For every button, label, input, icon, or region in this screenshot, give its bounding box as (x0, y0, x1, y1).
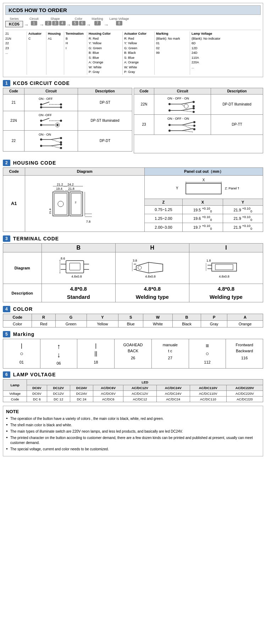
marking-code-26: 26 (116, 356, 150, 360)
circuit-code-22: 22 (3, 130, 24, 151)
circuit-svg-22n: ON - OFF - ON (167, 96, 199, 113)
svg-text:X: X (203, 178, 205, 182)
terminal-section-header: 3 TERMINAL CODE (3, 235, 263, 242)
lamp-code-acdc110: AC/DC110 (190, 397, 226, 402)
svg-rect-69 (71, 193, 81, 215)
housing-detail: Housing A1 (46, 32, 64, 75)
color-red: Red (32, 321, 55, 327)
circuit-group: Circuit 1 (29, 17, 39, 25)
marking-code-06: 06 (42, 361, 76, 365)
lamp-voltage-row-acdc12v: AC/DC12V (123, 391, 157, 397)
svg-rect-65 (53, 192, 68, 216)
circuit-detail-text: 21 21N 22 23 ... (5, 32, 24, 56)
svg-line-29 (51, 146, 60, 148)
lamp-code-acdc220: AC/DC220 (226, 397, 263, 402)
marking-cell-116: FrontwardBackward 116 (226, 339, 263, 368)
lamp-group: Lamp Voltage 8 (110, 17, 129, 25)
series-val: KCD5 (5, 21, 23, 27)
color-gray: Gray (201, 321, 227, 327)
lamp-col-led: LED (27, 380, 263, 385)
housing-diagram-svg: 21.2 24.2 19.4 21.8 (49, 182, 120, 224)
color-header-r: R (32, 314, 55, 321)
housing-color-detail: Housing Color R: Red Y: Yellow G: Green … (87, 32, 122, 75)
housing-detail-label: Housing (48, 32, 64, 36)
arrow4: → (85, 22, 92, 28)
svg-rect-66 (54, 193, 67, 215)
housing-z-3: 2.00~3.00 (144, 223, 182, 232)
terminal-col-label (3, 244, 42, 252)
arrow5: → (103, 22, 110, 28)
housing-section-title: HOUSING CODE (13, 160, 56, 166)
circuit-row-21: 21 ON - OFF (3, 94, 132, 111)
housing-z-1: 0.75~1.25 (144, 205, 182, 214)
lamp-code-acdc12: AC/DC12 (123, 397, 157, 402)
lamp-voltage-row-dc12v: DC12V (47, 391, 70, 397)
terminal-desc-label: Description (3, 284, 42, 302)
circuit-section: 1 KCD5 CIRCUIT CODE Code Circuit Descrip… (3, 80, 263, 157)
lamp-voltage-detail: Lamp Voltage (Blank): No indicator 6D 12… (190, 32, 229, 75)
circuit-desc-22n: DP-DT Illuminated (211, 94, 263, 114)
svg-point-39 (193, 107, 195, 109)
housing-section: 2 HOUSING CODE Code Diagram Panel cut ou… (3, 160, 263, 232)
marking-cell-27: manualet c 27 (152, 339, 189, 368)
terminal-b-svg: 8.6 4.8x0.8 (57, 255, 100, 280)
svg-point-26 (60, 147, 62, 149)
panel-cutout-svg: X Y Z: Panel Thickness (168, 177, 239, 196)
circuit-section-title: KCD5 CIRCUIT CODE (13, 80, 70, 86)
marking-symbol-01: |○ (5, 342, 39, 358)
circuit-row-23: 23 ON - OFF - ON (134, 114, 263, 135)
circuit-empty-cell (134, 135, 263, 153)
how-to-order-title: KCD5 HOW TO ORDER (5, 5, 261, 15)
lamp-voltage-acdc6v: AC/DC6V (93, 385, 123, 391)
svg-point-20 (60, 141, 62, 143)
circuit-tables-wrapper: Code Circuit Description 21 ON - OFF (3, 88, 263, 157)
color-header-y: Y (87, 314, 118, 321)
lamp-code-dc24: DC 24 (70, 397, 93, 402)
marking-cell-01: |○ 01 (3, 339, 40, 368)
housing-panel-cutout-diagram: X Y Z: Panel Thickness (144, 175, 263, 199)
terminal-desc-i: 4.8*0.8Welding type (189, 284, 263, 302)
svg-line-23 (51, 139, 60, 142)
lamp-voltage-row-dc6v: DC6V (27, 391, 47, 397)
lamp-code-dc6: DC 6 (27, 397, 47, 402)
lamp-voltage-row-acdc24v: AC/DC24V (156, 391, 190, 397)
svg-line-50 (182, 122, 193, 125)
svg-text:Y: Y (176, 186, 178, 190)
lamp-section-header: 6 LAMP VOLTAGE (3, 371, 263, 378)
housing-x-3: 19.7 +0.100 (183, 223, 223, 232)
marking-symbol-26: GOAHEADBACK (116, 342, 150, 354)
svg-point-13 (40, 124, 42, 126)
circuit-table-right: Code Circuit Description 22N ON - OFF - … (134, 88, 263, 157)
circuit-row-22: 22 ON - ON (3, 130, 132, 151)
svg-point-1 (40, 103, 42, 106)
color-label: Color (75, 17, 83, 21)
svg-point-10 (60, 120, 62, 122)
marking-section-title: Marking (13, 331, 35, 337)
svg-point-6 (60, 106, 62, 108)
lamp-label: Lamp Voltage (110, 17, 129, 21)
circuit-col-circuit-r: Circuit (154, 88, 211, 94)
svg-line-42 (182, 108, 193, 110)
color-orange: Orange (227, 321, 263, 327)
circuit-code-21: 21 (3, 94, 24, 111)
actuator-color-detail: Actuator Color R: Red Y: Yellow G: Green… (122, 32, 154, 75)
housing-table: Code Diagram Panel cut out（mm） A1 21.2 2… (3, 167, 263, 232)
marking-detail-label: Marking (156, 32, 190, 36)
color-header-w: W (143, 314, 173, 321)
color-section-num: 4 (3, 306, 10, 312)
circuit-label: Circuit (29, 17, 39, 21)
circuit-diagram-21n: ON -OFF (24, 111, 78, 130)
circuit-table-left: Code Circuit Description 21 ON - OFF (3, 88, 132, 157)
circuit-svg-21: ON - OFF (37, 96, 65, 110)
svg-point-67 (58, 201, 63, 207)
note-item-3: The main types of illuminate switch are … (6, 429, 260, 434)
color-yellow: Yellow (87, 321, 118, 327)
housing-z-2: 1.25~2.00 (144, 214, 182, 223)
svg-point-5 (40, 106, 42, 108)
svg-point-40 (193, 111, 195, 113)
color-table: Code R G Y S W B P A Color Red Green Yel… (3, 314, 263, 327)
svg-line-43 (182, 110, 193, 112)
lamp-section: 6 LAMP VOLTAGE Lamp LED DC6V DC12V DC24V… (3, 371, 263, 402)
svg-point-2 (60, 103, 62, 106)
pos4: 4 (59, 21, 66, 25)
